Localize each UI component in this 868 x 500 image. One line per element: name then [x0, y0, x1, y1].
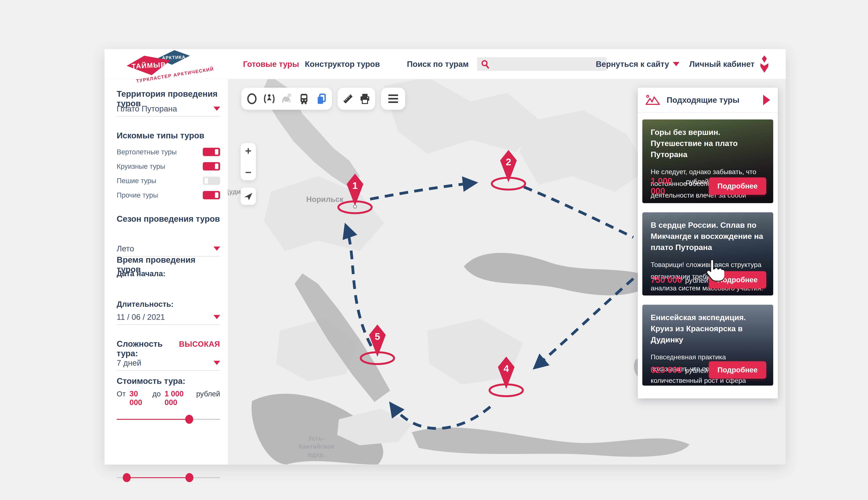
cost-slider-handle-min[interactable] — [123, 473, 131, 482]
tour-type-row: Круизные туры — [117, 161, 220, 172]
account-button[interactable]: Личный кабинет — [689, 55, 769, 73]
map-pin-1[interactable]: 1 — [337, 173, 373, 215]
back-to-site-menu[interactable]: Вернуться к сайту — [596, 59, 679, 69]
slider-fill — [117, 419, 189, 420]
cost-suffix: рублей — [196, 390, 220, 398]
tab-tour-constructor[interactable]: Конструктор туров — [305, 49, 380, 79]
map-canvas[interactable]: Норильск Дуди Усть- Хантайское вдхр. — [228, 79, 786, 465]
search-icon — [481, 59, 490, 69]
transport-tool[interactable] — [297, 92, 311, 105]
header-right: Вернуться к сайту Личный кабинет — [596, 49, 769, 79]
draw-area-tool[interactable] — [245, 92, 259, 105]
tour-title: Енисейская экспедиция. Круиз из Краснояр… — [651, 312, 765, 345]
mountains-icon — [646, 95, 660, 105]
cost-range-text: От 30 000 до 1 000 000 рублей — [117, 389, 220, 407]
season-value: Лето — [117, 244, 134, 253]
pin-shape — [359, 324, 396, 366]
tour-type-label: Вертолетные туры — [117, 148, 177, 156]
logo[interactable]: АРКТИКА ТАЙМЫР ТУРКЛАСТЕР АРКТИЧЕСКИЙ — [127, 50, 199, 79]
tab-tour-constructor-label[interactable]: Конструктор туров — [305, 59, 380, 69]
route-to-4 — [535, 279, 633, 367]
duration-value: 7 дней — [117, 358, 141, 367]
geolocation-button[interactable] — [241, 188, 256, 205]
search-box[interactable] — [477, 57, 606, 71]
street-view-tool[interactable] — [262, 92, 276, 105]
cost-title: Стоимость тура: — [117, 376, 220, 386]
territory-select[interactable]: Плато Путорана — [117, 101, 220, 116]
start-date-select[interactable]: 11 / 06 / 2021 — [117, 309, 220, 325]
chevron-down-icon — [214, 247, 220, 251]
traffic-tool-disabled[interactable]: 0 — [280, 92, 293, 105]
zoom-out-button[interactable]: − — [245, 167, 251, 178]
print-tool[interactable] — [358, 92, 372, 105]
zoom-in-button[interactable]: + — [245, 146, 251, 156]
price-currency: рублей — [686, 178, 709, 185]
cost-slider-handle-max[interactable] — [185, 473, 193, 482]
toggle-knob — [215, 149, 218, 155]
map-toolbar-menu — [381, 88, 405, 110]
search-input[interactable] — [493, 60, 603, 68]
price-value: 623 000 — [651, 365, 682, 375]
tour-price: 750 000 рублей — [651, 275, 708, 285]
details-button[interactable]: Подробнее — [709, 361, 766, 379]
header: АРКТИКА ТАЙМЫР ТУРКЛАСТЕР АРКТИЧЕСКИЙ Го… — [104, 49, 786, 79]
search-area: Поиск по турам — [407, 49, 606, 79]
map-pin-2[interactable]: 2 — [490, 150, 527, 191]
cost-min: 30 000 — [129, 389, 149, 407]
start-date-label: Дата начала: — [117, 269, 220, 278]
tour-types-title: Искомые типы туров — [117, 131, 220, 140]
slider-fill — [127, 477, 190, 478]
difficulty-row: Сложность тура: ВЫСОКАЯ — [117, 339, 220, 358]
toggle-hiking-tours[interactable] — [203, 177, 220, 185]
toggle-cruise-tours[interactable] — [203, 162, 220, 170]
difficulty-label: Сложность тура: — [117, 339, 174, 358]
pin-shape — [488, 356, 524, 398]
map-toolbar-utils — [338, 88, 375, 110]
season-title: Сезон проведения туров — [117, 214, 220, 224]
chevron-down-icon — [214, 361, 220, 365]
account-label: Личный кабинет — [689, 59, 754, 69]
season-select[interactable]: Лето — [117, 241, 220, 257]
details-button[interactable]: Подробнее — [709, 178, 766, 195]
pin-number: 4 — [488, 363, 524, 374]
tab-ready-tours-label[interactable]: Готовые туры — [243, 59, 299, 69]
map-pin-4[interactable]: 4 — [488, 356, 524, 398]
layers-tool-active[interactable] — [315, 92, 328, 105]
pin-number: 2 — [490, 156, 527, 168]
zoom-control: + − — [241, 143, 256, 180]
cost-slider[interactable] — [117, 473, 220, 482]
collapse-panel-icon[interactable] — [763, 95, 770, 105]
duration-label: Длительность: — [117, 300, 220, 308]
cost-max: 1 000 000 — [164, 389, 192, 407]
ruler-tool[interactable] — [341, 92, 355, 105]
tour-type-row: Пешие туры — [117, 175, 220, 186]
search-label: Поиск по турам — [407, 59, 469, 69]
start-date-value: 11 / 06 / 2021 — [117, 312, 165, 322]
tour-card[interactable]: Горы без вершин. Путешествие на плато Пу… — [642, 120, 773, 203]
matching-tours-panel: Подходящие туры Горы без вершин. Путешес… — [638, 88, 778, 398]
tab-ready-tours[interactable]: Готовые туры — [243, 49, 299, 79]
tour-type-row: Вертолетные туры — [117, 146, 220, 158]
location-arrow-icon — [243, 191, 254, 202]
tour-card[interactable]: Енисейская экспедиция. Круиз из Краснояр… — [642, 305, 773, 386]
difficulty-slider[interactable] — [117, 415, 220, 424]
toggle-other-tours[interactable] — [203, 191, 220, 199]
chevron-down-icon — [214, 315, 220, 319]
logo-primary: ТАЙМЫР — [132, 60, 166, 70]
tour-title: Горы без вершин. Путешествие на плато Пу… — [651, 127, 765, 160]
tour-type-label: Круизные туры — [117, 162, 165, 170]
map-pin-5[interactable]: 5 — [359, 324, 396, 366]
tour-price: 1 000 000 рублей — [651, 176, 709, 196]
toggle-knob — [205, 178, 208, 183]
difficulty-slider-handle[interactable] — [185, 415, 193, 424]
cost-infix: до — [152, 390, 161, 398]
route-4-to-5 — [391, 404, 490, 429]
pin-number: 1 — [337, 180, 373, 191]
tour-price: 623 000 рублей — [651, 365, 708, 375]
toggle-helicopter-tours[interactable] — [203, 148, 220, 156]
toggle-knob — [215, 192, 218, 198]
pin-shape — [337, 173, 373, 215]
price-currency: рублей — [685, 367, 708, 374]
panel-title: Подходящие туры — [667, 95, 763, 105]
menu-icon[interactable] — [386, 92, 400, 105]
